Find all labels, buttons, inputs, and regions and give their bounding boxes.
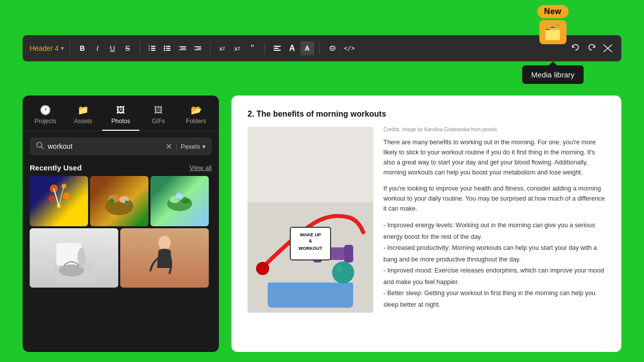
search-source-label: Pexels — [181, 143, 200, 150]
search-icon — [36, 141, 44, 151]
link-button[interactable] — [325, 41, 340, 55]
panel-tabs: 🕐 Projects 📁 Assets 🖼 Photos 🖼 GIFs 📂 Fo… — [23, 96, 219, 131]
article-main-image: WAKE UP & WORKOUT — [248, 127, 373, 313]
thumbnail-yoga1[interactable] — [30, 228, 118, 288]
svg-rect-19 — [274, 48, 279, 49]
italic-button[interactable]: I — [91, 41, 105, 55]
svg-point-8 — [164, 48, 165, 49]
divider-1 — [70, 42, 70, 54]
toolbar: Header 4 ▾ B I U S 123 x2 x2 " — [23, 35, 621, 61]
heading-select[interactable]: Header 4 ▾ — [29, 42, 65, 54]
strikethrough-button[interactable]: S — [121, 41, 135, 55]
script-group: x2 x2 " — [215, 41, 260, 55]
search-source-selector[interactable]: Pexels ▾ — [176, 143, 206, 150]
clear-format-button[interactable] — [600, 41, 615, 55]
undo-button[interactable] — [568, 41, 583, 56]
new-badge: New — [537, 5, 569, 18]
tab-projects[interactable]: 🕐 Projects — [27, 102, 64, 131]
svg-rect-1 — [151, 48, 155, 49]
svg-point-36 — [125, 201, 129, 205]
superscript-button[interactable]: x2 — [215, 41, 229, 55]
thumbnail-salad[interactable] — [150, 176, 209, 226]
list-group: 123 — [145, 41, 205, 55]
bullet-1: - Improved energy levels: Working out in… — [383, 220, 605, 242]
thumbnail-fitness[interactable] — [30, 176, 88, 226]
heading-label: Header 4 — [30, 44, 59, 52]
recently-used-title: Recently Used — [30, 163, 82, 172]
image-credit: Credits: Image by Karolina Grabowska fro… — [383, 127, 605, 132]
tab-assets-label: Assets — [74, 118, 92, 125]
source-chevron-icon: ▾ — [202, 143, 206, 150]
projects-icon: 🕐 — [40, 105, 51, 116]
tab-photos-label: Photos — [111, 118, 130, 125]
recently-used-bottom-row — [23, 228, 219, 288]
heading-arrow-icon: ▾ — [61, 45, 64, 52]
font-color-button[interactable]: A — [285, 41, 299, 55]
indent-decrease-button[interactable] — [176, 41, 190, 55]
svg-rect-14 — [179, 49, 186, 50]
divider-2 — [140, 42, 140, 54]
tab-folders[interactable]: 📂 Folders — [177, 102, 215, 131]
bullet-2: - Increased productivity: Morning workou… — [383, 242, 605, 265]
underline-button[interactable]: U — [106, 41, 120, 55]
svg-rect-16 — [197, 48, 201, 49]
svg-text:WAKE UP: WAKE UP — [300, 232, 321, 237]
redo-button[interactable] — [584, 41, 599, 56]
tab-photos[interactable]: 🖼 Photos — [102, 102, 140, 131]
search-clear-icon[interactable]: ✕ — [166, 142, 172, 151]
bullet-4: - Better sleep: Getting your workout in … — [383, 288, 605, 310]
link-code-group: </> — [325, 41, 358, 55]
svg-point-6 — [164, 46, 165, 47]
article-paragraph-2: If you're looking to improve your health… — [383, 184, 605, 214]
svg-rect-17 — [194, 49, 201, 50]
svg-rect-0 — [151, 46, 155, 47]
svg-rect-11 — [166, 50, 171, 51]
indent-increase-button[interactable] — [191, 41, 205, 55]
blockquote-button[interactable]: " — [246, 41, 260, 55]
left-panel: 🕐 Projects 📁 Assets 🖼 Photos 🖼 GIFs 📂 Fo… — [23, 96, 219, 352]
svg-point-49 — [257, 262, 269, 275]
media-library-tooltip: Media library — [522, 65, 584, 84]
svg-point-27 — [48, 196, 54, 202]
svg-rect-18 — [274, 46, 281, 47]
svg-point-56 — [336, 265, 343, 273]
unordered-list-button[interactable] — [160, 41, 175, 55]
article-paragraph-1: There are many benefits to working out i… — [383, 137, 605, 177]
divider-5 — [319, 42, 320, 54]
tab-assets[interactable]: 📁 Assets — [64, 102, 102, 131]
tab-gifs[interactable]: 🖼 GIFs — [139, 102, 177, 131]
tab-gifs-label: GIFs — [152, 118, 165, 125]
media-library-button[interactable]: 🗂️ — [539, 20, 567, 44]
article-image-wrap: WAKE UP & WORKOUT — [248, 127, 373, 313]
ordered-list-button[interactable]: 123 — [145, 41, 159, 55]
search-bar: ✕ Pexels ▾ — [30, 137, 212, 155]
svg-rect-12 — [179, 46, 186, 47]
tab-projects-label: Projects — [35, 118, 56, 125]
svg-rect-52 — [344, 245, 353, 262]
svg-point-10 — [164, 50, 165, 51]
svg-text:3: 3 — [148, 48, 150, 51]
svg-text:WORKOUT: WORKOUT — [298, 246, 323, 251]
thumbnail-food[interactable] — [90, 176, 148, 226]
tab-folders-label: Folders — [186, 118, 206, 125]
article-bullets: - Improved energy levels: Working out in… — [383, 220, 605, 310]
svg-rect-15 — [194, 46, 201, 47]
view-all-link[interactable]: View all — [189, 164, 212, 171]
bullet-3: - Improved mood: Exercise releases endor… — [383, 265, 605, 288]
svg-text:&: & — [309, 238, 312, 243]
history-group — [568, 41, 615, 56]
font-highlight-button[interactable]: A — [300, 41, 314, 55]
folders-icon: 📂 — [191, 105, 202, 116]
text-format-group: B I U S — [75, 41, 135, 55]
subscript-button[interactable]: x2 — [230, 41, 245, 55]
search-input[interactable] — [48, 142, 162, 150]
align-button[interactable] — [270, 41, 284, 55]
heading-selector-group: Header 4 ▾ — [29, 42, 65, 54]
bold-button[interactable]: B — [75, 41, 90, 55]
svg-point-55 — [332, 261, 354, 284]
media-library-area: New 🗂️ Media library — [537, 5, 569, 44]
article-text-area: Credits: Image by Karolina Grabowska fro… — [383, 127, 605, 313]
thumbnail-yoga2[interactable] — [120, 228, 209, 288]
code-button[interactable]: </> — [341, 41, 358, 55]
divider-3 — [210, 42, 210, 54]
